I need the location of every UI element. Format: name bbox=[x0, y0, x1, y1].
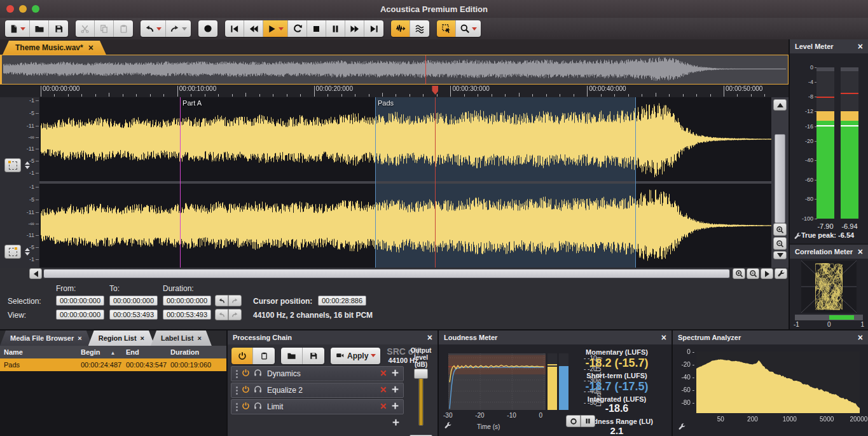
processing-chain-close-icon[interactable]: × bbox=[427, 332, 432, 343]
new-file-dropdown-icon[interactable] bbox=[20, 27, 25, 31]
spectrum-settings-button[interactable] bbox=[678, 422, 686, 433]
paste-button[interactable] bbox=[114, 20, 133, 37]
effect-delete-button[interactable] bbox=[380, 386, 387, 395]
selection-undo-button[interactable] bbox=[215, 295, 228, 306]
channel-1-select-button[interactable] bbox=[4, 158, 21, 172]
scroll-right-button[interactable] bbox=[761, 268, 773, 279]
play-button[interactable] bbox=[263, 20, 288, 37]
view-undo-button[interactable] bbox=[215, 309, 228, 320]
drag-handle-icon[interactable] bbox=[233, 370, 240, 378]
effect-monitor-button[interactable] bbox=[254, 385, 262, 395]
output-level-slider[interactable] bbox=[418, 374, 424, 426]
overview-strip[interactable] bbox=[0, 55, 789, 85]
region-start-line[interactable] bbox=[375, 97, 376, 268]
scroll-up-button[interactable] bbox=[773, 99, 787, 111]
effect-power-button[interactable] bbox=[242, 402, 250, 412]
horizontal-scrollbar[interactable] bbox=[43, 269, 730, 278]
document-tab-close-icon[interactable]: × bbox=[88, 43, 93, 52]
waveform-channel-2[interactable] bbox=[39, 184, 771, 268]
new-file-button[interactable] bbox=[5, 20, 30, 37]
selection-from-field[interactable]: 00:00:00:000 bbox=[56, 296, 104, 306]
effect-monitor-button[interactable] bbox=[254, 369, 262, 379]
effect-insert-button[interactable] bbox=[391, 369, 399, 379]
cursor-position-field[interactable]: 00:00:28:886 bbox=[318, 296, 366, 306]
effect-delete-button[interactable] bbox=[380, 369, 387, 379]
tab-close-icon[interactable]: × bbox=[141, 334, 144, 342]
save-file-button[interactable] bbox=[49, 20, 68, 37]
tab-close-icon[interactable]: × bbox=[78, 334, 81, 342]
spectrum-analyzer-close-icon[interactable]: × bbox=[858, 332, 863, 343]
output-level-slider-handle[interactable] bbox=[414, 369, 428, 379]
channel-2-select-button[interactable] bbox=[4, 245, 21, 259]
pause-button[interactable] bbox=[326, 20, 345, 37]
bottom-tab-media-file-browser[interactable]: Media File Browser× bbox=[0, 330, 92, 346]
view-redo-button[interactable] bbox=[228, 309, 242, 320]
chain-copy-button[interactable] bbox=[253, 348, 275, 364]
effect-power-button[interactable] bbox=[242, 369, 250, 379]
effect-insert-button[interactable] bbox=[391, 385, 399, 395]
chain-save-button[interactable] bbox=[303, 348, 324, 364]
horizontal-scroll-thumb[interactable] bbox=[44, 269, 729, 278]
marker-line-part-a[interactable] bbox=[180, 97, 181, 268]
rewind-button[interactable] bbox=[244, 20, 263, 37]
chain-power-button[interactable] bbox=[231, 348, 253, 364]
bottom-tab-region-list[interactable]: Region List× bbox=[88, 330, 155, 346]
vertical-scroll-thumb[interactable] bbox=[775, 134, 785, 223]
loudness-settings-button[interactable] bbox=[444, 421, 452, 432]
minimize-window-button[interactable] bbox=[19, 5, 27, 13]
play-dropdown-icon[interactable] bbox=[279, 27, 284, 31]
ruler-canvas[interactable] bbox=[0, 85, 789, 97]
region-end-line[interactable] bbox=[635, 97, 636, 268]
region-list-header[interactable]: Name Begin▲ End Duration bbox=[0, 346, 226, 358]
col-begin[interactable]: Begin▲ bbox=[81, 348, 126, 356]
region-label-pads[interactable]: Pads bbox=[378, 99, 394, 107]
record-button[interactable] bbox=[198, 20, 217, 37]
apply-dropdown-icon[interactable] bbox=[371, 354, 376, 357]
loudness-record-button[interactable] bbox=[566, 415, 581, 427]
zoom-window-button[interactable] bbox=[32, 5, 39, 13]
chain-effect-row[interactable]: Equalize 2 bbox=[231, 383, 404, 398]
drag-handle-icon[interactable] bbox=[233, 403, 240, 411]
col-name[interactable]: Name bbox=[0, 348, 81, 356]
append-effect-button[interactable] bbox=[392, 418, 400, 429]
view-duration-field[interactable]: 00:00:53:493 bbox=[163, 310, 211, 320]
effect-delete-button[interactable] bbox=[380, 402, 387, 412]
scroll-down-button[interactable] bbox=[773, 251, 787, 259]
effect-insert-button[interactable] bbox=[391, 402, 399, 412]
scrollbar-settings-button[interactable] bbox=[775, 268, 787, 279]
redo-button[interactable] bbox=[166, 20, 191, 37]
zoom-tool-button[interactable] bbox=[456, 20, 481, 37]
spectral-view-button[interactable] bbox=[410, 20, 429, 37]
drag-handle-icon[interactable] bbox=[233, 386, 240, 395]
undo-dropdown-icon[interactable] bbox=[156, 27, 162, 31]
vertical-scrollbar[interactable] bbox=[771, 97, 789, 268]
level-meter-close-icon[interactable]: × bbox=[858, 41, 863, 51]
fast-forward-button[interactable] bbox=[345, 20, 364, 37]
marker-label-part-a[interactable]: Part A bbox=[183, 99, 202, 107]
waveform-channel-1[interactable] bbox=[39, 97, 771, 181]
horizontal-zoom-out-button[interactable] bbox=[747, 268, 759, 279]
col-end[interactable]: End bbox=[126, 348, 170, 356]
effect-power-button[interactable] bbox=[242, 385, 250, 395]
horizontal-zoom-in-button[interactable] bbox=[733, 268, 745, 279]
stop-button[interactable] bbox=[307, 20, 326, 37]
loop-playback-button[interactable] bbox=[288, 20, 307, 37]
selection-redo-button[interactable] bbox=[228, 295, 242, 306]
correlation-meter-close-icon[interactable]: × bbox=[858, 247, 863, 257]
copy-button[interactable] bbox=[95, 20, 114, 37]
overview-waveform-canvas[interactable] bbox=[2, 55, 787, 83]
apply-button[interactable]: Apply bbox=[331, 348, 380, 364]
vertical-zoom-out-button[interactable] bbox=[773, 237, 787, 250]
open-file-button[interactable] bbox=[30, 20, 49, 37]
redo-dropdown-icon[interactable] bbox=[182, 27, 187, 31]
loudness-pause-button[interactable] bbox=[581, 415, 595, 427]
chain-effect-row[interactable]: Limit bbox=[231, 399, 404, 414]
tab-close-icon[interactable]: × bbox=[197, 334, 201, 342]
region-row[interactable]: Pads00:00:24:48700:00:43:54700:00:19:060 bbox=[0, 358, 226, 371]
zoom-dropdown-icon[interactable] bbox=[472, 27, 477, 31]
view-to-field[interactable]: 00:00:53:493 bbox=[109, 310, 158, 320]
loudness-meter-close-icon[interactable]: × bbox=[661, 332, 666, 343]
chain-open-button[interactable] bbox=[281, 348, 303, 364]
channel-1-zoom-spinner[interactable] bbox=[24, 158, 31, 172]
scroll-left-button[interactable] bbox=[29, 268, 42, 279]
